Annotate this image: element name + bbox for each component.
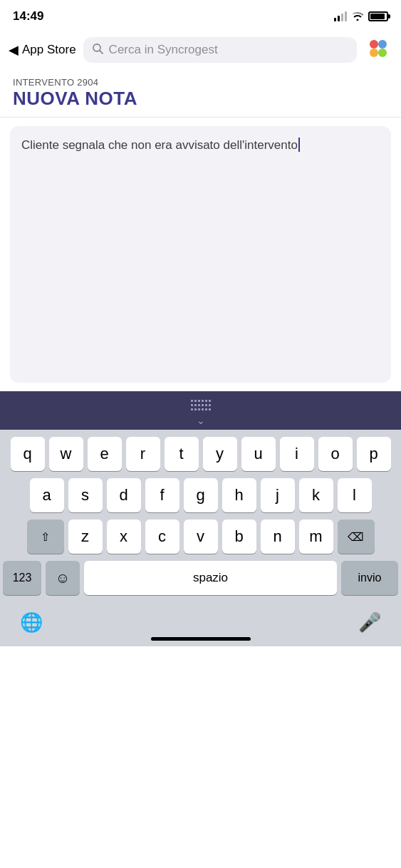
back-chevron-icon: ◀ [9, 42, 19, 58]
svg-point-2 [370, 40, 378, 48]
note-textarea[interactable]: Cliente segnala che non era avvisato del… [10, 126, 391, 383]
keyboard-icon [188, 396, 214, 414]
wifi-icon [351, 11, 364, 23]
keyboard-row-2: a s d f g h j k l [3, 478, 398, 512]
svg-point-3 [378, 40, 387, 48]
globe-icon[interactable]: 🌐 [20, 611, 43, 634]
key-o[interactable]: o [318, 437, 353, 471]
key-z[interactable]: z [68, 520, 103, 554]
key-r[interactable]: r [126, 437, 160, 471]
key-e[interactable]: e [88, 437, 122, 471]
return-key[interactable]: invio [341, 561, 398, 595]
keyboard-toolbar: ⌄ [0, 391, 401, 430]
text-cursor [298, 138, 300, 152]
key-a[interactable]: a [30, 478, 64, 512]
key-j[interactable]: j [261, 478, 295, 512]
bottom-bar: 🌐 🎤 [0, 605, 401, 646]
key-l[interactable]: l [338, 478, 372, 512]
key-s[interactable]: s [68, 478, 103, 512]
key-x[interactable]: x [107, 520, 141, 554]
keyboard-row-4: 123 ☺ spazio invio [3, 561, 398, 595]
search-placeholder: Cerca in Syncrogest [109, 43, 218, 57]
key-n[interactable]: n [261, 520, 295, 554]
key-p[interactable]: p [357, 437, 391, 471]
key-t[interactable]: t [165, 437, 199, 471]
key-c[interactable]: c [145, 520, 179, 554]
status-time: 14:49 [13, 9, 43, 24]
chevron-down-icon: ⌄ [197, 415, 205, 425]
battery-icon [368, 11, 388, 21]
key-i[interactable]: i [280, 437, 314, 471]
note-text[interactable]: Cliente segnala che non era avvisato del… [21, 136, 380, 155]
svg-point-4 [370, 48, 378, 57]
search-bar[interactable]: Cerca in Syncrogest [83, 37, 357, 63]
space-key[interactable]: spazio [84, 561, 337, 595]
key-f[interactable]: f [145, 478, 179, 512]
emoji-key[interactable]: ☺ [46, 561, 80, 595]
page-subtitle: INTERVENTO 2904 [13, 77, 388, 88]
keyboard-row-1: q w e r t y u i o p [3, 437, 398, 471]
key-y[interactable]: y [203, 437, 237, 471]
microphone-icon[interactable]: 🎤 [358, 611, 381, 634]
status-icons [334, 11, 388, 23]
page-header: INTERVENTO 2904 NUOVA NOTA [0, 73, 401, 118]
shift-key[interactable]: ⇧ [27, 520, 64, 554]
signal-icon [334, 11, 347, 21]
svg-line-1 [100, 51, 103, 53]
page-title: NUOVA NOTA [13, 88, 388, 110]
key-v[interactable]: v [184, 520, 218, 554]
key-q[interactable]: q [11, 437, 45, 471]
back-button[interactable]: ◀ App Store [9, 42, 76, 58]
key-u[interactable]: u [241, 437, 276, 471]
key-k[interactable]: k [299, 478, 333, 512]
numbers-key[interactable]: 123 [3, 561, 41, 595]
key-w[interactable]: w [49, 437, 83, 471]
keyboard-row-3: ⇧ z x c v b n m ⌫ [3, 520, 398, 554]
key-d[interactable]: d [107, 478, 141, 512]
status-bar: 14:49 [0, 0, 401, 31]
search-icon [92, 43, 103, 57]
nav-bar: ◀ App Store Cerca in Syncrogest [0, 31, 401, 73]
delete-key[interactable]: ⌫ [338, 520, 375, 554]
home-indicator [151, 637, 251, 641]
back-label: App Store [22, 43, 76, 57]
svg-point-5 [378, 48, 387, 57]
key-m[interactable]: m [299, 520, 333, 554]
key-g[interactable]: g [184, 478, 218, 512]
keyboard: q w e r t y u i o p a s d f g h j k l ⇧ … [0, 430, 401, 605]
key-h[interactable]: h [222, 478, 256, 512]
keyboard-dismiss-button[interactable]: ⌄ [188, 396, 214, 425]
key-b[interactable]: b [222, 520, 256, 554]
app-logo [364, 34, 392, 66]
